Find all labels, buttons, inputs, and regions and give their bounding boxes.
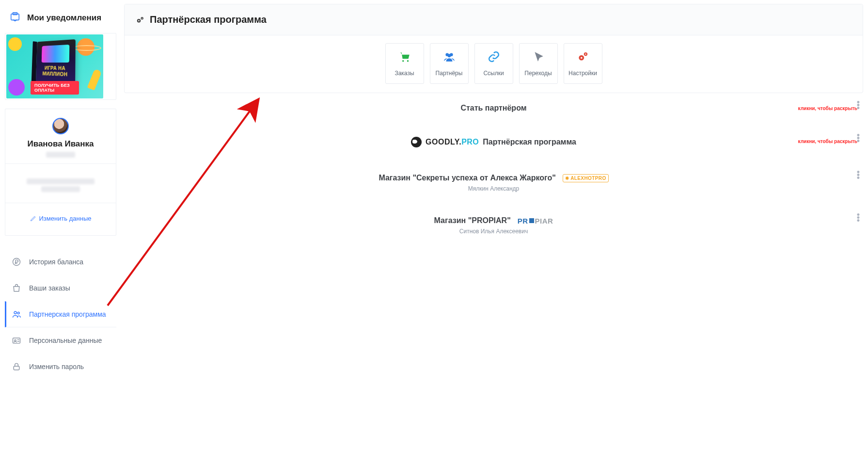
ruble-icon (12, 257, 21, 267)
main-content: Партнёрская программа Заказы Партнёры (116, 0, 868, 451)
tile-orders[interactable]: Заказы (385, 43, 424, 84)
svg-point-12 (142, 17, 142, 18)
kebab-icon[interactable]: ••• (855, 169, 861, 181)
svg-point-3 (14, 311, 16, 314)
svg-point-6 (15, 339, 16, 341)
tile-label: Партнёры (436, 70, 463, 77)
notifications-title: Мои уведомления (27, 13, 101, 23)
notifications-header[interactable]: Мои уведомления (5, 5, 116, 33)
section-propiar[interactable]: ••• Магазин "PROPIAR" PRPIAR Ситнов Илья… (124, 206, 863, 245)
id-icon (12, 336, 21, 345)
gears-icon (577, 50, 589, 65)
section-title: Магазин "Секреты успеха от Алекса Жарког… (379, 174, 608, 182)
cart-icon (398, 50, 411, 65)
section-title: Магазин "PROPIAR" PRPIAR (434, 216, 553, 225)
section-become-partner[interactable]: ••• Стать партнёром кликни, чтобы раскры… (124, 93, 863, 123)
profile-card: Иванова Иванка Изменить данные (5, 109, 116, 236)
page-title: Партнёрская программа (150, 14, 267, 25)
svg-point-14 (407, 60, 408, 62)
kebab-icon[interactable]: ••• (855, 211, 861, 224)
svg-point-2 (13, 258, 20, 266)
edit-profile-link[interactable]: Изменить данные (30, 215, 92, 222)
sidebar-item-label: История баланса (29, 258, 83, 266)
promo-banner[interactable]: ИГРА НА МИЛЛИОН ПОЛУЧИТЬ БЕЗ ОПЛАТЫ (5, 33, 116, 100)
sidebar-item-personal[interactable]: Персональные данные (5, 327, 116, 354)
sidebar-item-label: Ваши заказы (29, 284, 70, 292)
tile-clicks[interactable]: Переходы (519, 43, 558, 84)
users-icon (443, 50, 456, 65)
sidebar-item-password[interactable]: Изменить пароль (5, 354, 116, 380)
tile-links[interactable]: Ссылки (474, 43, 513, 84)
link-icon (488, 50, 500, 65)
gears-icon (135, 15, 145, 25)
svg-rect-7 (14, 366, 19, 370)
partner-panel: Партнёрская программа Заказы Партнёры (124, 4, 863, 93)
avatar[interactable] (52, 118, 69, 134)
sidebar-item-balance[interactable]: История баланса (5, 249, 116, 275)
profile-blurred-line (41, 186, 80, 192)
sidebar-item-orders[interactable]: Ваши заказы (5, 275, 116, 301)
tile-label: Настройки (568, 70, 597, 77)
svg-point-13 (402, 60, 404, 62)
cursor-icon (532, 50, 545, 65)
pencil-icon (30, 215, 36, 222)
panel-header: Партнёрская программа (125, 4, 863, 35)
svg-point-11 (138, 20, 140, 21)
svg-point-20 (581, 57, 582, 58)
alexhotpro-badge: ALEXHOTPRO (563, 174, 609, 182)
tile-label: Заказы (395, 70, 414, 77)
lock-icon (12, 362, 21, 371)
tile-row: Заказы Партнёры Ссылки (125, 35, 863, 93)
svg-point-21 (585, 53, 586, 54)
notifications-icon (10, 12, 20, 24)
svg-rect-5 (13, 338, 20, 343)
section-goodly[interactable]: ••• GOODLY.PRO Партнёрская программа кли… (124, 126, 863, 160)
svg-point-4 (17, 312, 19, 314)
sidebar: Мои уведомления ИГРА НА МИЛЛИОН ПОЛУЧИТЬ… (0, 0, 116, 451)
section-alex[interactable]: ••• Магазин "Секреты успеха от Алекса Жа… (124, 163, 863, 203)
profile-blurred-line (27, 178, 95, 184)
bag-icon (12, 283, 21, 293)
sidebar-item-label: Изменить пароль (29, 363, 84, 370)
expand-hint: кликни, чтобы раскрыть (798, 106, 857, 111)
tile-partners[interactable]: Партнёры (430, 43, 469, 84)
users-icon (12, 309, 21, 319)
section-title: GOODLY.PRO Партнёрская программа (411, 137, 576, 147)
svg-point-17 (447, 54, 451, 57)
tile-label: Переходы (524, 70, 552, 77)
sidebar-nav: История баланса Ваши заказы Партнерская … (5, 249, 116, 380)
profile-blurred-line (46, 152, 75, 158)
section-subtitle: Мялкин Александр (139, 185, 849, 192)
propiar-logo: PRPIAR (518, 217, 553, 225)
expand-hint: кликни, чтобы раскрыть (798, 139, 857, 144)
promo-box-text: ИГРА НА МИЛЛИОН (36, 65, 75, 78)
goodly-logo: GOODLY.PRO (426, 138, 479, 146)
section-subtitle: Ситнов Илья Алексеевич (139, 228, 849, 235)
tile-settings[interactable]: Настройки (564, 43, 602, 84)
globe-icon (411, 137, 422, 147)
section-title: Стать партнёром (460, 104, 526, 113)
sidebar-item-partner[interactable]: Партнерская программа (5, 301, 116, 327)
tile-label: Ссылки (483, 70, 504, 77)
profile-name: Иванова Иванка (9, 139, 112, 149)
sidebar-item-label: Персональные данные (29, 337, 102, 344)
promo-cta-button[interactable]: ПОЛУЧИТЬ БЕЗ ОПЛАТЫ (31, 81, 79, 95)
sidebar-item-label: Партнерская программа (29, 310, 106, 318)
